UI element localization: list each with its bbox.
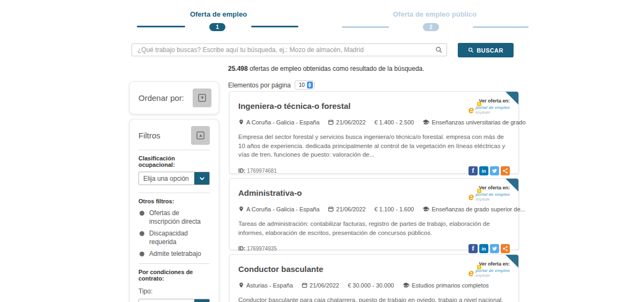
filters-collapse-button[interactable] — [191, 126, 210, 145]
filter-option-label: Ofertas de inscripción directa — [149, 209, 210, 226]
per-page-value: 10 — [299, 82, 305, 88]
calendar-icon — [328, 119, 334, 125]
chevron-down-icon — [198, 94, 206, 102]
stepper-line — [137, 26, 185, 27]
chevron-up-icon — [196, 131, 204, 139]
occupation-select[interactable]: Elija una opción — [138, 172, 210, 185]
job-date: 21/06/2022 — [336, 119, 365, 126]
divider — [138, 263, 210, 264]
chevron-down-icon — [194, 299, 209, 302]
logo-subtext: empléate — [475, 197, 510, 201]
job-description: Empresa del sector forestal y servicios … — [238, 132, 510, 159]
job-salary: € 30.000 - 30.000 — [348, 282, 394, 289]
empleate-e-icon: e — [469, 268, 474, 278]
portal-de-empleo-logo: e ✎ portal de empleo empléate — [469, 105, 510, 115]
step-1-badge: 1 — [209, 23, 225, 31]
occupation-select-value: Elija una opción — [139, 172, 194, 185]
job-description: Conductor basculante para caja chatarrer… — [238, 296, 510, 302]
share-icon[interactable] — [501, 244, 510, 253]
twitter-icon[interactable] — [490, 166, 499, 175]
job-description: Tareas de administración: contabilizar f… — [238, 219, 510, 237]
filters-panel-title: Filtros — [138, 131, 160, 140]
job-education: Estudios primarios completos — [412, 282, 489, 289]
logo-subtext: empléate — [475, 274, 510, 277]
job-meta: Asturias - España 21/06/2022 € 30.000 - … — [238, 282, 510, 289]
job-location: Asturias - España — [246, 282, 293, 289]
linkedin-icon[interactable]: in — [479, 166, 488, 175]
bullet-icon — [140, 231, 144, 236]
facebook-icon[interactable]: f — [469, 166, 478, 175]
filters-panel: Filtros Clasificación ocupacional: Elija… — [129, 119, 219, 302]
share-icon[interactable] — [501, 166, 510, 175]
bullet-icon — [140, 211, 144, 216]
sort-panel: Ordenar por: — [129, 82, 219, 114]
tab-oferta-empleo-publico[interactable]: Oferta de empleo público — [389, 10, 480, 18]
filter-option-inscripcion-directa[interactable]: Ofertas de inscripción directa — [138, 209, 210, 226]
results-summary: 25.498 ofertas de empleo obtenidas como … — [228, 65, 425, 72]
buscar-button[interactable]: BUSCAR — [458, 43, 514, 57]
contract-type-value: Filtrar por tipo de contrato — [139, 299, 194, 302]
stepper-arrows-icon — [307, 82, 313, 89]
per-page-select[interactable]: 10 — [295, 80, 314, 90]
pencil-icon: ✎ — [477, 189, 481, 193]
ver-oferta-label: Ver oferta en: — [469, 185, 510, 190]
graduation-cap-icon — [402, 282, 409, 289]
linkedin-icon[interactable]: in — [479, 244, 488, 253]
contract-conditions-label: Por condiciones de contrato: — [138, 269, 210, 282]
contract-type-select[interactable]: Filtrar por tipo de contrato — [138, 299, 210, 302]
job-meta: A Coruña - Galicia - España 21/06/2022 €… — [238, 205, 510, 212]
results-text: ofertas de empleo obtenidas como resulta… — [248, 65, 425, 72]
logo-text: portal de empleo — [475, 106, 510, 111]
job-salary: € 1.400 - 2.500 — [374, 119, 414, 126]
ver-oferta-block[interactable]: Ver oferta en: e ✎ portal de empleo empl… — [469, 261, 510, 278]
divider — [138, 193, 210, 193]
job-meta: A Coruña - Galicia - España 21/06/2022 €… — [238, 119, 510, 126]
sort-collapse-button[interactable] — [193, 89, 211, 107]
job-card[interactable]: Ver oferta en: e ✎ portal de empleo empl… — [229, 254, 519, 302]
other-filters-list: Ofertas de inscripción directa Discapaci… — [138, 209, 210, 259]
share-buttons: f in — [469, 166, 510, 175]
bullet-icon — [140, 252, 144, 256]
results-count: 25.498 — [228, 65, 248, 72]
empleate-e-icon: e — [469, 105, 474, 115]
graduation-cap-icon — [422, 119, 429, 126]
empleate-e-icon: e — [469, 192, 474, 202]
job-salary: € 1.100 - 1.600 — [374, 206, 414, 212]
portal-de-empleo-logo: e ✎ portal de empleo empléate — [469, 192, 510, 202]
share-buttons: f in — [469, 244, 510, 253]
other-filters-label: Otros filtros: — [138, 198, 210, 204]
search-input[interactable] — [131, 43, 447, 56]
ver-oferta-label: Ver oferta en: — [469, 261, 510, 267]
filter-option-discapacidad[interactable]: Discapacidad requerida — [138, 230, 210, 246]
twitter-icon[interactable] — [490, 244, 499, 253]
stepper-line — [473, 26, 529, 28]
facebook-icon[interactable]: f — [469, 244, 478, 253]
job-id: ID: 1769974681 — [238, 168, 277, 174]
tab-oferta-empleo[interactable]: Oferta de empleo — [173, 10, 264, 18]
job-education: Enseñanzas universitarias de grado — [431, 119, 525, 126]
job-card[interactable]: Ver oferta en: e ✎ portal de empleo empl… — [229, 178, 519, 250]
search-icon — [468, 47, 474, 53]
job-date: 21/06/2022 — [336, 206, 365, 212]
logo-text: portal de empleo — [475, 193, 510, 197]
filter-option-teletrabajo[interactable]: Admite teletrabajo — [138, 250, 210, 259]
stepper-line — [251, 26, 298, 27]
per-page-label: Elementos por página — [228, 82, 291, 89]
portal-de-empleo-logo: e ✎ portal de empleo empléate — [469, 268, 510, 278]
job-card[interactable]: Ver oferta en: e ✎ portal de empleo empl… — [229, 91, 519, 174]
calendar-icon — [302, 282, 308, 288]
pencil-icon: ✎ — [477, 102, 481, 106]
calendar-icon — [328, 206, 334, 212]
divider — [138, 150, 210, 150]
pencil-icon: ✎ — [477, 265, 481, 269]
job-location: A Coruña - Galicia - España — [246, 119, 319, 126]
search-icon — [435, 46, 443, 54]
filter-option-label: Admite teletrabajo — [149, 250, 201, 259]
ver-oferta-block[interactable]: Ver oferta en: e ✎ portal de empleo empl… — [469, 98, 510, 115]
per-page-control: Elementos por página 10 — [228, 80, 314, 90]
ver-oferta-block[interactable]: Ver oferta en: e ✎ portal de empleo empl… — [469, 185, 510, 202]
job-education: Enseñanzas de grado superior de... — [431, 206, 525, 212]
job-location: A Coruña - Galicia - España — [246, 206, 319, 212]
location-pin-icon — [238, 206, 244, 212]
job-id: ID: 1769974935 — [238, 246, 277, 252]
